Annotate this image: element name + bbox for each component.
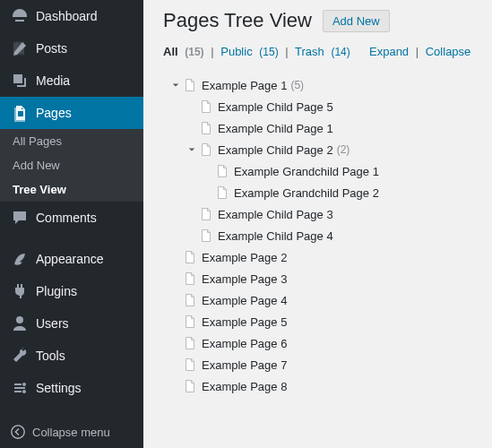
- tree-node-label: Example Child Page 1: [218, 122, 333, 135]
- tree-node-label: Example Page 1: [202, 79, 287, 92]
- appearance-icon: [11, 250, 29, 268]
- sidebar-item-label: Plugins: [36, 284, 77, 298]
- tree-node[interactable]: Example Page 1 (5): [170, 74, 476, 96]
- page-icon: [183, 314, 197, 329]
- dashboard-icon: [11, 7, 29, 25]
- sidebar-item-label: Comments: [36, 211, 97, 225]
- tree-node-label: Example Page 6: [202, 337, 287, 350]
- tree-node[interactable]: Example Child Page 1: [186, 117, 476, 139]
- sidebar-item-label: Users: [36, 316, 69, 331]
- tree-node-label: Example Grandchild Page 2: [234, 186, 379, 200]
- pages-icon: [11, 104, 29, 122]
- tree-node-label: Example Page 3: [202, 272, 287, 286]
- admin-sidebar: Dashboard Posts Media Pages All Pages Ad…: [0, 0, 143, 448]
- pages-tree: Example Page 1 (5) Example Child Page 5 …: [163, 74, 476, 397]
- tree-node-label: Example Page 4: [202, 294, 287, 307]
- sidebar-item-posts[interactable]: Posts: [0, 32, 143, 65]
- tree-node[interactable]: Example Page 3: [170, 268, 476, 289]
- collapse-menu-button[interactable]: Collapse menu: [0, 416, 143, 448]
- page-icon: [199, 142, 213, 157]
- sidebar-item-appearance[interactable]: Appearance: [0, 243, 143, 275]
- collapse-label: Collapse menu: [32, 426, 110, 439]
- sidebar-item-dashboard[interactable]: Dashboard: [0, 0, 143, 32]
- filter-bar: All (15) | Public (15) | Trash (14) Expa…: [163, 45, 476, 58]
- page-icon: [183, 250, 197, 264]
- chevron-down-icon[interactable]: [170, 82, 181, 89]
- sidebar-menu: Dashboard Posts Media Pages: [0, 0, 143, 129]
- tree-node-label: Example Page 7: [202, 358, 287, 372]
- page-icon: [183, 271, 197, 286]
- sidebar-item-label: Posts: [36, 41, 67, 56]
- plugins-icon: [11, 282, 29, 300]
- sidebar-item-label: Media: [36, 73, 70, 88]
- page-icon: [183, 358, 197, 372]
- page-icon: [199, 228, 213, 243]
- filter-public[interactable]: Public (15): [220, 45, 278, 58]
- tree-node-label: Example Page 5: [202, 315, 287, 329]
- sidebar-item-comments[interactable]: Comments: [0, 202, 143, 234]
- page-heading: Pages Tree View Add New: [163, 9, 476, 32]
- tree-node[interactable]: Example Child Page 2 (2): [186, 139, 476, 160]
- sidebar-item-tools[interactable]: Tools: [0, 340, 143, 372]
- sidebar-item-plugins[interactable]: Plugins: [0, 275, 143, 307]
- tree-node[interactable]: Example Child Page 4: [186, 225, 476, 246]
- collapse-icon: [9, 423, 27, 441]
- sidebar-item-pages[interactable]: Pages: [0, 97, 143, 129]
- sidebar-item-settings[interactable]: Settings: [0, 372, 143, 404]
- chevron-down-icon[interactable]: [186, 146, 197, 153]
- posts-icon: [11, 39, 29, 57]
- tree-node[interactable]: Example Child Page 3: [186, 203, 476, 225]
- expand-all[interactable]: Expand: [369, 45, 409, 58]
- media-icon: [11, 72, 29, 90]
- tree-node-label: Example Child Page 3: [218, 208, 333, 221]
- child-count: (5): [290, 79, 304, 91]
- tree-node[interactable]: Example Page 5: [170, 311, 476, 332]
- submenu-item-add-new[interactable]: Add New: [0, 153, 143, 177]
- collapse-all[interactable]: Collapse: [426, 45, 471, 58]
- sidebar-item-media[interactable]: Media: [0, 65, 143, 97]
- comments-icon: [11, 209, 29, 227]
- tree-node[interactable]: Example Grandchild Page 2: [203, 182, 476, 203]
- page-icon: [199, 99, 213, 114]
- tree-node[interactable]: Example Page 2: [170, 246, 476, 268]
- settings-icon: [11, 379, 29, 397]
- users-icon: [11, 314, 29, 332]
- child-count: (2): [337, 143, 350, 156]
- tree-node[interactable]: Example Grandchild Page 1: [203, 160, 476, 182]
- filter-all[interactable]: All (15): [163, 45, 204, 58]
- tree-node-label: Example Child Page 4: [218, 229, 333, 243]
- add-new-button[interactable]: Add New: [323, 10, 390, 32]
- tree-node[interactable]: Example Page 4: [170, 289, 476, 311]
- tree-node-label: Example Page 2: [202, 251, 287, 264]
- main-content: Pages Tree View Add New All (15) | Publi…: [143, 0, 492, 448]
- sidebar-item-label: Appearance: [36, 252, 104, 266]
- sidebar-item-label: Dashboard: [36, 9, 98, 23]
- sidebar-submenu: All Pages Add New Tree View: [0, 129, 143, 202]
- tools-icon: [11, 347, 29, 365]
- tree-node[interactable]: Example Page 6: [170, 332, 476, 354]
- page-icon: [183, 336, 197, 350]
- page-icon: [199, 121, 213, 135]
- page-icon: [199, 207, 213, 221]
- tree-node[interactable]: Example Page 7: [170, 354, 476, 375]
- tree-node-label: Example Grandchild Page 1: [234, 165, 379, 178]
- tree-node[interactable]: Example Page 8: [170, 375, 476, 397]
- page-title: Pages Tree View: [163, 9, 312, 32]
- sidebar-menu-lower: Comments Appearance Plugins Users Tools …: [0, 202, 143, 404]
- page-icon: [183, 293, 197, 307]
- sidebar-item-label: Tools: [36, 349, 65, 363]
- tree-node[interactable]: Example Child Page 5: [186, 96, 476, 117]
- page-icon: [183, 78, 197, 92]
- submenu-item-all-pages[interactable]: All Pages: [0, 129, 143, 153]
- tree-node-label: Example Page 8: [202, 380, 287, 393]
- tree-node-label: Example Child Page 5: [218, 100, 333, 114]
- page-icon: [215, 185, 229, 200]
- sidebar-item-label: Pages: [36, 106, 72, 120]
- submenu-item-tree-view[interactable]: Tree View: [0, 177, 143, 202]
- page-icon: [183, 379, 197, 393]
- tree-node-label: Example Child Page 2: [218, 143, 333, 157]
- sidebar-item-users[interactable]: Users: [0, 307, 143, 340]
- sidebar-item-label: Settings: [36, 381, 82, 395]
- page-icon: [215, 164, 229, 178]
- filter-trash[interactable]: Trash (14): [295, 45, 350, 58]
